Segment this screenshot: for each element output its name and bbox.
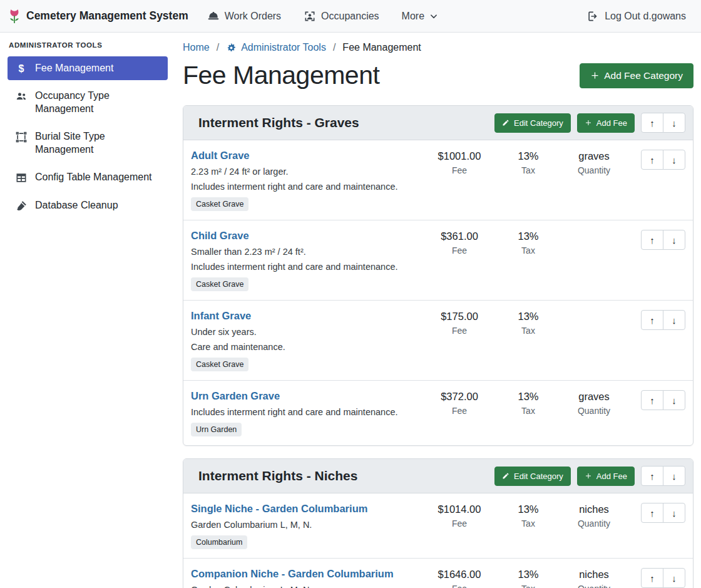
sidebar-item-fee-management[interactable]: $ Fee Management: [8, 56, 168, 80]
arrow-down-icon: ↓: [672, 315, 677, 326]
arrow-up-icon: ↑: [650, 395, 655, 406]
dollar-icon: $: [15, 63, 28, 75]
arrow-up-icon: ↑: [650, 118, 655, 128]
sidebar-item-database-cleanup[interactable]: Database Cleanup: [8, 193, 168, 218]
fee-info: Adult Grave 2.23 m² / 24 ft² or larger. …: [191, 150, 419, 211]
gear-icon: [226, 43, 237, 53]
fee-name-link[interactable]: Adult Grave: [191, 150, 250, 161]
fee-description: Includes interment right and care and ma…: [191, 182, 419, 192]
fee-type-badge: Casket Grave: [191, 277, 248, 291]
fee-row: Adult Grave 2.23 m² / 24 ft² or larger. …: [183, 140, 693, 220]
fee-name-link[interactable]: Companion Niche - Garden Columbarium: [191, 568, 394, 579]
broom-icon: [15, 200, 28, 212]
sidebar-item-label: Fee Management: [35, 62, 113, 75]
fee-amount-column: $1014.00 Fee: [419, 503, 500, 529]
app-title: Cemetery Management System: [26, 9, 188, 23]
fee-move-down-button[interactable]: ↓: [663, 310, 685, 330]
nav-more-dropdown[interactable]: More: [402, 11, 438, 22]
add-fee-label: Add Fee: [596, 472, 627, 481]
tax-column: 13% Tax: [500, 310, 556, 336]
tax-value: 13%: [500, 311, 556, 322]
edit-category-button[interactable]: Edit Category: [494, 467, 571, 486]
person-bounding-box-icon: [304, 10, 316, 23]
add-fee-button[interactable]: Add Fee: [577, 113, 635, 133]
add-fee-button[interactable]: Add Fee: [577, 467, 635, 486]
fee-category-card: Interment Rights - Graves Edit Category …: [183, 105, 693, 446]
fee-info: Infant Grave Under six years. Care and m…: [191, 310, 419, 371]
fee-move-up-button[interactable]: ↑: [641, 568, 663, 588]
fee-row: Companion Niche - Garden Columbarium Gar…: [183, 559, 693, 588]
fee-type-badge: Columbarium: [191, 535, 247, 549]
add-fee-category-button[interactable]: Add Fee Category: [580, 63, 693, 88]
fee-move-up-button[interactable]: ↑: [641, 150, 663, 170]
sidebar-item-occupancy-type-management[interactable]: Occupancy Type Management: [8, 84, 168, 121]
logout-label: Log Out d.gowans: [605, 11, 686, 22]
fee-description: Includes interment right and care and ma…: [191, 407, 419, 417]
category-reorder-buttons: ↑ ↓: [641, 466, 685, 486]
fee-amount-label: Fee: [419, 584, 500, 588]
fee-move-down-button[interactable]: ↓: [663, 150, 685, 170]
plus-icon: [585, 119, 592, 126]
fee-move-down-button[interactable]: ↓: [663, 568, 685, 588]
fee-name-link[interactable]: Child Grave: [191, 230, 249, 241]
fee-move-down-button[interactable]: ↓: [663, 503, 685, 523]
fee-move-down-button[interactable]: ↓: [663, 390, 685, 410]
sidebar-item-burial-site-type-management[interactable]: Burial Site Type Management: [8, 125, 168, 162]
fee-name-link[interactable]: Urn Garden Grave: [191, 390, 280, 401]
arrow-down-icon: ↓: [672, 235, 677, 245]
edit-category-button[interactable]: Edit Category: [494, 113, 571, 133]
fee-category-card: Interment Rights - Niches Edit Category …: [183, 458, 693, 588]
fee-description: Garden Columbarium L, M, N.: [191, 585, 419, 588]
fee-amount: $1646.00: [419, 569, 500, 580]
top-navbar: Cemetery Management System Work Orders: [0, 0, 701, 33]
nav-work-orders[interactable]: Work Orders: [207, 10, 281, 23]
category-title: Interment Rights - Graves: [191, 115, 359, 130]
fee-move-down-button[interactable]: ↓: [663, 230, 685, 250]
tax-label: Tax: [500, 584, 556, 588]
bounding-box-icon: [15, 131, 28, 143]
category-header: Interment Rights - Graves Edit Category …: [183, 106, 693, 140]
sidebar-item-label: Occupancy Type Management: [35, 90, 160, 115]
fee-name-link[interactable]: Infant Grave: [191, 310, 251, 321]
fee-type-badge: Casket Grave: [191, 197, 248, 211]
fee-move-up-button[interactable]: ↑: [641, 310, 663, 330]
breadcrumb-current: Fee Management: [342, 42, 421, 53]
category-move-up-button[interactable]: ↑: [641, 113, 663, 133]
sidebar-item-config-table-management[interactable]: Config Table Management: [8, 165, 168, 190]
page-title: Fee Management: [183, 61, 379, 90]
breadcrumb-home-link[interactable]: Home: [183, 42, 210, 53]
tax-label: Tax: [500, 406, 556, 416]
fee-info: Child Grave Smaller than 2.23 m² / 24 ft…: [191, 230, 419, 291]
fee-amount-label: Fee: [419, 165, 500, 175]
tax-value: 13%: [500, 391, 556, 403]
fee-info: Urn Garden Grave Includes interment righ…: [191, 390, 419, 436]
quantity-unit: niches: [556, 503, 632, 515]
category-move-down-button[interactable]: ↓: [663, 113, 685, 133]
sidebar-item-label: Database Cleanup: [35, 199, 118, 212]
nav-links: Work Orders Occupancies More: [207, 10, 438, 23]
fee-reorder-buttons: ↑ ↓: [632, 230, 685, 250]
breadcrumb-admin-tools-link[interactable]: Administrator Tools: [226, 42, 326, 53]
fee-description: 2.23 m² / 24 ft² or larger.: [191, 167, 419, 177]
fee-move-up-button[interactable]: ↑: [641, 230, 663, 250]
tax-column: 13% Tax: [500, 503, 556, 529]
quantity-column: niches Quantity: [556, 503, 632, 529]
fee-amount: $361.00: [419, 230, 500, 242]
tulip-logo-icon: [8, 8, 21, 24]
category-move-up-button[interactable]: ↑: [641, 466, 663, 486]
fee-reorder-buttons: ↑ ↓: [632, 503, 685, 523]
fee-move-up-button[interactable]: ↑: [641, 503, 663, 523]
fee-move-up-button[interactable]: ↑: [641, 390, 663, 410]
nav-occupancies[interactable]: Occupancies: [304, 10, 379, 23]
fee-name-link[interactable]: Single Niche - Garden Columbarium: [191, 503, 367, 514]
arrow-down-icon: ↓: [672, 395, 677, 406]
fee-reorder-buttons: ↑ ↓: [632, 150, 685, 170]
quantity-label: Quantity: [556, 406, 632, 416]
category-move-down-button[interactable]: ↓: [663, 466, 685, 486]
quantity-unit: graves: [556, 391, 632, 403]
fee-amount: $1014.00: [419, 503, 500, 515]
logout-button[interactable]: Log Out d.gowans: [586, 10, 686, 23]
quantity-unit: niches: [556, 569, 632, 580]
fee-amount-label: Fee: [419, 245, 500, 255]
fee-description: Garden Columbarium L, M, N.: [191, 520, 419, 530]
